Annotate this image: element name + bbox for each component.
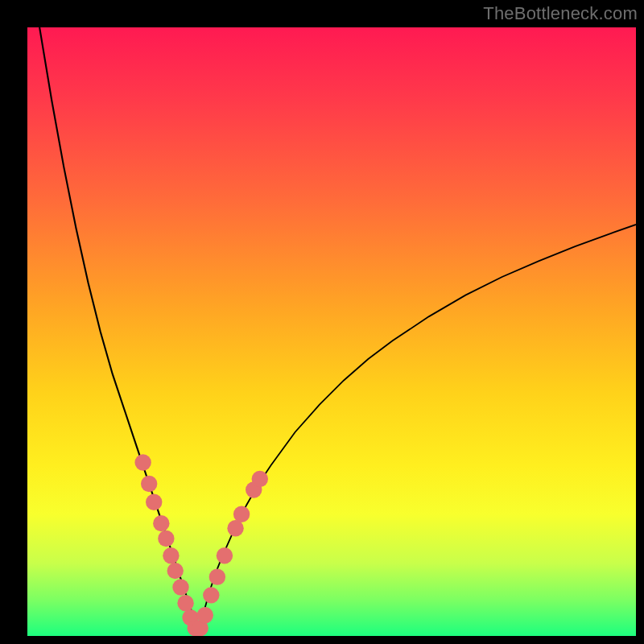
marker-dot (233, 506, 250, 522)
marker-dot (197, 607, 213, 623)
marker-dot (177, 595, 193, 611)
chart-frame: TheBottleneck.com (0, 0, 644, 644)
curve-svg (27, 27, 636, 636)
marker-dot (146, 493, 162, 510)
marker-dot (134, 454, 151, 470)
marker-dot (141, 476, 157, 492)
marker-dot (172, 579, 188, 595)
trough-markers (134, 454, 268, 636)
marker-dot (153, 515, 169, 531)
marker-dot (217, 547, 233, 564)
marker-dot (227, 520, 243, 536)
marker-dot (158, 530, 174, 547)
plot-area (27, 27, 636, 636)
marker-dot (203, 587, 219, 603)
marker-dot (163, 547, 179, 564)
marker-dot (252, 471, 268, 487)
curve-right-branch (199, 225, 636, 631)
watermark-text: TheBottleneck.com (483, 3, 638, 24)
marker-dot (209, 568, 225, 584)
marker-dot (167, 563, 184, 579)
